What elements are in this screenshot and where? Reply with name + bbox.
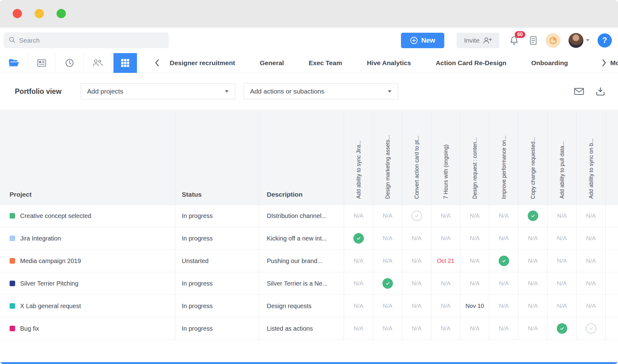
status-cell[interactable]: In progress xyxy=(175,317,259,340)
project-cell[interactable]: Bug fix xyxy=(0,317,175,340)
project-cell[interactable]: X Lab general request xyxy=(0,295,175,317)
horizontal-scrollbar[interactable] xyxy=(0,362,618,364)
na-cell[interactable]: N/A xyxy=(489,317,518,340)
description-cell[interactable]: Kicking off a new int... xyxy=(259,227,344,249)
add-projects-dropdown[interactable]: Add projects xyxy=(81,83,235,99)
search-input[interactable] xyxy=(19,37,164,44)
tab-mob[interactable]: Mob xyxy=(610,59,618,67)
status-cell[interactable]: In progress xyxy=(175,205,259,227)
nav-portfolio-button[interactable] xyxy=(111,53,139,73)
nav-projects-button[interactable] xyxy=(0,53,28,73)
description-cell[interactable]: Design requests xyxy=(259,295,344,317)
nav-time-button[interactable] xyxy=(56,53,83,73)
date-cell[interactable]: Nov 10 xyxy=(460,295,489,317)
action-column-header[interactable]: Copy change requested... xyxy=(518,110,548,204)
na-cell[interactable]: N/A xyxy=(460,250,489,272)
status-cell[interactable]: In progress xyxy=(175,295,259,317)
description-cell[interactable]: Silver Terrier is a Ne... xyxy=(259,272,344,295)
action-column-header[interactable]: Design request : conten... xyxy=(460,110,489,204)
help-button[interactable]: ? xyxy=(598,33,612,48)
na-cell[interactable]: N/A xyxy=(460,317,489,340)
profile-menu[interactable] xyxy=(569,33,590,48)
email-report-button[interactable] xyxy=(574,88,584,95)
new-button[interactable]: New xyxy=(401,33,444,48)
na-cell[interactable]: N/A xyxy=(518,295,548,317)
search-bar[interactable] xyxy=(4,32,169,48)
na-cell[interactable]: N/A xyxy=(577,272,606,295)
status-cell[interactable]: Unstarted xyxy=(175,250,259,272)
check-cell[interactable] xyxy=(577,317,606,340)
tab-exec-team[interactable]: Exec Team xyxy=(309,59,342,67)
status-cell[interactable]: In progress xyxy=(175,227,259,249)
tab-designer-recruitment[interactable]: Designer recruitment xyxy=(170,59,235,67)
project-cell[interactable]: Media campaign 2019 xyxy=(0,250,175,272)
add-actions-dropdown[interactable]: Add actions or subactions xyxy=(244,83,398,99)
na-cell[interactable]: N/A xyxy=(548,295,577,317)
na-cell[interactable]: N/A xyxy=(344,250,373,272)
action-column-header[interactable]: Add ability to sync on b... xyxy=(577,110,606,204)
na-cell[interactable]: N/A xyxy=(402,317,431,340)
tab-action-card-re-design[interactable]: Action Card Re-Design xyxy=(436,59,506,67)
export-download-button[interactable] xyxy=(596,87,605,96)
na-cell[interactable]: N/A xyxy=(577,205,606,227)
na-cell[interactable]: N/A xyxy=(577,227,606,249)
na-cell[interactable]: N/A xyxy=(373,317,402,340)
na-cell[interactable]: N/A xyxy=(431,227,460,249)
description-cell[interactable]: DIstribution channel... xyxy=(259,205,344,227)
na-cell[interactable]: N/A xyxy=(460,205,489,227)
na-cell[interactable]: N/A xyxy=(518,272,548,295)
project-cell[interactable]: Creative concept selected xyxy=(0,205,175,227)
na-cell[interactable]: N/A xyxy=(402,295,431,317)
nav-team-button[interactable] xyxy=(83,53,111,73)
na-cell[interactable]: N/A xyxy=(548,272,577,295)
na-cell[interactable]: N/A xyxy=(489,295,518,317)
na-cell[interactable]: N/A xyxy=(460,227,489,249)
na-cell[interactable]: N/A xyxy=(518,317,548,340)
maximize-window-button[interactable] xyxy=(57,9,66,18)
check-cell[interactable] xyxy=(344,227,373,249)
na-cell[interactable]: N/A xyxy=(373,250,402,272)
tab-onboarding[interactable]: Onboarding xyxy=(531,59,568,67)
na-cell[interactable]: N/A xyxy=(344,272,373,295)
check-cell[interactable] xyxy=(373,272,402,295)
na-cell[interactable]: N/A xyxy=(518,250,548,272)
notes-button[interactable] xyxy=(529,36,538,45)
tab-general[interactable]: General xyxy=(260,59,284,67)
na-cell[interactable]: N/A xyxy=(373,295,402,317)
na-cell[interactable]: N/A xyxy=(402,250,431,272)
action-column-header[interactable]: Improve performance on... xyxy=(489,110,518,204)
action-column-header[interactable]: Convert action card to pt... xyxy=(402,110,431,204)
check-cell[interactable] xyxy=(518,205,548,227)
na-cell[interactable]: N/A xyxy=(460,272,489,295)
na-cell[interactable]: N/A xyxy=(373,205,402,227)
description-cell[interactable]: Pushing our brand... xyxy=(259,250,344,272)
close-window-button[interactable] xyxy=(13,9,22,18)
minimize-window-button[interactable] xyxy=(35,9,44,18)
tab-hive-analytics[interactable]: Hive Analytics xyxy=(367,59,411,67)
na-cell[interactable]: N/A xyxy=(344,295,373,317)
na-cell[interactable]: N/A xyxy=(344,205,373,227)
project-cell[interactable]: Silver Terrier Pitching xyxy=(0,272,175,295)
check-cell[interactable] xyxy=(402,205,431,227)
na-cell[interactable]: N/A xyxy=(489,205,518,227)
tabs-scroll-left-button[interactable] xyxy=(152,53,162,73)
na-cell[interactable]: N/A xyxy=(489,272,518,295)
na-cell[interactable]: N/A xyxy=(402,272,431,295)
nav-feed-button[interactable] xyxy=(28,53,56,73)
na-cell[interactable]: N/A xyxy=(577,295,606,317)
na-cell[interactable]: N/A xyxy=(344,317,373,340)
na-cell[interactable]: N/A xyxy=(548,205,577,227)
action-column-header[interactable]: 7 Hours with (ongoing) xyxy=(431,110,460,204)
invite-button[interactable]: Invite xyxy=(457,33,499,48)
na-cell[interactable]: N/A xyxy=(402,227,431,249)
na-cell[interactable]: N/A xyxy=(431,205,460,227)
tabs-scroll-right-button[interactable] xyxy=(599,53,609,73)
usage-meter-button[interactable] xyxy=(546,33,560,48)
check-cell[interactable] xyxy=(489,250,518,272)
notifications-button[interactable]: 60 xyxy=(507,34,521,47)
project-cell[interactable]: Jira Integration xyxy=(0,227,175,249)
status-cell[interactable]: In progress xyxy=(175,272,259,295)
check-cell[interactable] xyxy=(548,317,577,340)
action-column-header[interactable]: Add ability to pull data... xyxy=(548,110,577,204)
na-cell[interactable]: N/A xyxy=(431,295,460,317)
